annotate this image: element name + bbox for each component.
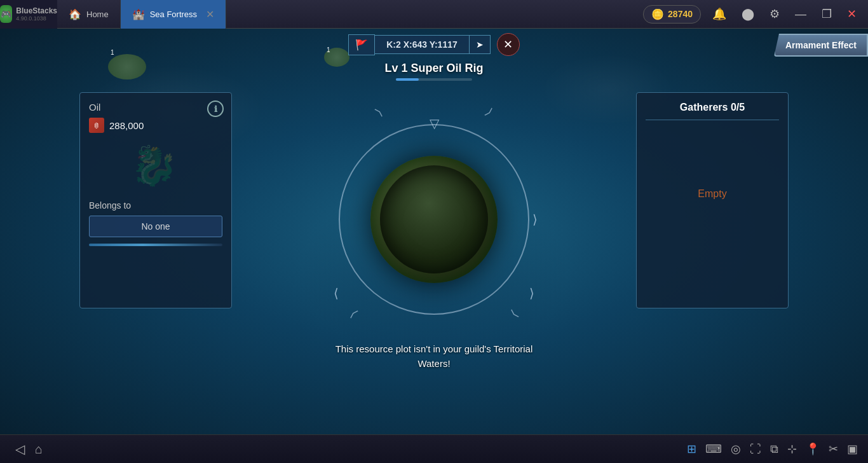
home-button[interactable]: ⌂ (30, 439, 48, 459)
coordinates-display: K:2 X:643 Y:1117 (375, 35, 469, 54)
close-button[interactable]: ✕ (843, 6, 860, 22)
outer-arrow-tr: ⟩ (482, 106, 496, 119)
taskbar-scissors-icon[interactable]: ✂ (829, 442, 838, 456)
empty-state-label: Empty (698, 188, 726, 200)
rig-progress-bar (396, 78, 472, 81)
gatherers-list: Empty (646, 130, 779, 258)
bottom-message-line1: This resource plot isn't in your guild's… (336, 342, 533, 357)
tab-home[interactable]: 🏠 Home (57, 0, 121, 29)
notification-bell-icon[interactable]: 🔔 (709, 6, 730, 22)
owner-display: No one (89, 216, 222, 237)
bottom-message-line2: Waters! (336, 357, 533, 371)
outer-arrow-br: ⟩ (508, 308, 521, 321)
taskbar-crop-icon[interactable]: ⛶ (750, 443, 761, 456)
bottom-message: This resource plot isn't in your guild's… (336, 342, 533, 371)
circle-arrow-bottom-left: ⟨ (334, 286, 339, 301)
outer-arrow-bl: ⟩ (347, 308, 360, 321)
oil-icon: 🛢 (89, 118, 104, 133)
tab-sea-fortress[interactable]: 🏰 Sea Fortress ✕ (121, 0, 226, 29)
taskbar-window-icon[interactable]: ▣ (847, 442, 858, 456)
circle-arrow-bottom-right: ⟩ (529, 286, 534, 301)
sea-fortress-tab-icon: 🏰 (132, 8, 145, 20)
right-info-panel: Gatherers 0/5 Empty (636, 92, 789, 308)
taskbar-expand-icon[interactable]: ⊹ (787, 442, 797, 456)
game-area: 1 1 🚩 K:2 X:643 Y:1117 ➤ ✕ Armament Effe… (0, 29, 868, 434)
game-topbar: 🚩 K:2 X:643 Y:1117 ➤ ✕ (0, 29, 868, 60)
dragon-decoration (124, 143, 187, 194)
progress-decoration-bar (89, 244, 222, 246)
oil-amount-value: 288,000 (109, 120, 144, 131)
taskbar-copy-icon[interactable]: ⧉ (770, 443, 778, 456)
outer-arrow-tl: ⟩ (372, 106, 386, 119)
coin-icon: 🪙 (651, 8, 664, 20)
taskbar-target-icon[interactable]: ◎ (731, 442, 741, 456)
resource-type-label: Oil (89, 102, 222, 113)
home-tab-label: Home (86, 10, 109, 19)
back-button[interactable]: ◁ (10, 439, 30, 459)
flag-button[interactable]: 🚩 (348, 34, 375, 55)
oil-rig-image (370, 156, 498, 283)
close-panel-button[interactable]: ✕ (497, 33, 520, 56)
resource-row: 🛢 288,000 (89, 118, 222, 133)
bluestacks-logo: 🎮 BlueStacks 4.90.0.1038 (0, 0, 57, 29)
rig-progress-fill (396, 78, 419, 81)
home-tab-icon: 🏠 (69, 8, 81, 20)
taskbar-keyboard-icon[interactable]: ⌨ (705, 442, 722, 456)
taskbar-location-icon[interactable]: 📍 (806, 442, 820, 456)
sea-fortress-tab-label: Sea Fortress (150, 10, 197, 19)
left-info-panel: ℹ Oil 🛢 288,000 Belongs to No one (79, 92, 232, 308)
coins-display: 🪙 28740 (643, 5, 701, 24)
gatherers-header: Gatherers 0/5 (646, 102, 779, 120)
central-display: ▽ ⟩ ⟨ ⟩ ⟩ ⟩ ⟩ ⟩ (313, 86, 555, 353)
navigate-button[interactable]: ➤ (469, 35, 491, 54)
taskbar-grid-icon[interactable]: ⊞ (687, 442, 696, 456)
taskbar: ◁ ⌂ ⊞ ⌨ ◎ ⛶ ⧉ ⊹ 📍 ✂ ▣ (0, 434, 868, 463)
belongs-to-label: Belongs to (89, 200, 222, 211)
bs-version: 4.90.0.1038 (16, 15, 57, 22)
minimize-button[interactable]: — (791, 6, 810, 22)
recording-icon[interactable]: ⬤ (738, 6, 758, 22)
bs-logo-icon: 🎮 (0, 5, 12, 23)
rig-title: Lv 1 Super Oil Rig (384, 62, 483, 75)
bs-app-name: BlueStacks (16, 6, 57, 15)
circle-arrow-top: ▽ (430, 116, 439, 131)
coins-value: 28740 (668, 9, 693, 19)
circle-arrow-right: ⟩ (532, 212, 538, 227)
settings-gear-icon[interactable]: ⚙ (766, 6, 783, 22)
info-button[interactable]: ℹ (207, 100, 224, 117)
titlebar: 🎮 BlueStacks 4.90.0.1038 🏠 Home 🏰 Sea Fo… (0, 0, 868, 29)
restore-button[interactable]: ❐ (818, 6, 836, 22)
tab-close-icon[interactable]: ✕ (206, 8, 214, 20)
